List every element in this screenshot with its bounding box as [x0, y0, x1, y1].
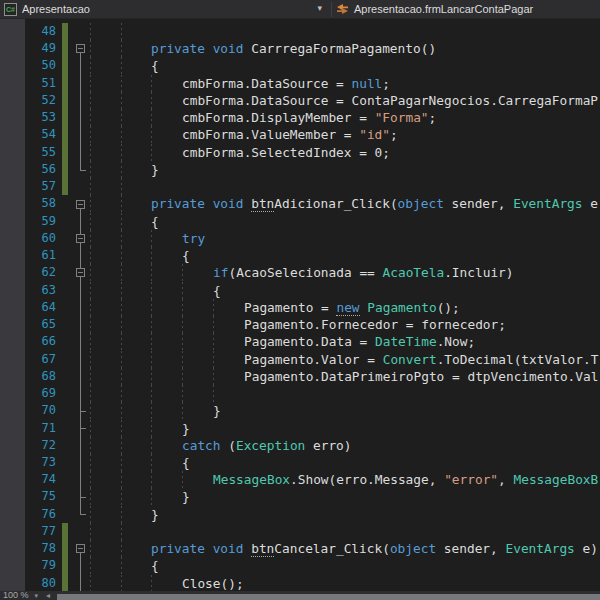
code-text[interactable]: private void btnAdicionar_Click(object s…: [151, 195, 598, 212]
code-text[interactable]: try: [182, 230, 205, 247]
indent-guide: [90, 23, 91, 40]
code-token: object: [398, 196, 444, 211]
project-dropdown[interactable]: C# Apresentacao ▾: [0, 0, 330, 18]
code-line[interactable]: 66Pagamento.Data = DateTime.Now;: [0, 333, 600, 350]
fold-collapse-box[interactable]: [76, 200, 85, 209]
code-text[interactable]: {: [151, 557, 159, 574]
indent-guide: [121, 506, 122, 523]
code-text[interactable]: private void btnCancelar_Click(object se…: [151, 540, 598, 557]
code-token: [205, 541, 213, 556]
zoom-level-control[interactable]: 100 % ▾: [3, 591, 38, 600]
code-text[interactable]: {: [182, 247, 190, 264]
code-line[interactable]: 76}: [0, 506, 600, 523]
code-line[interactable]: 49private void CarrregaFormaPagamento(): [0, 40, 600, 57]
line-number: 72: [26, 438, 56, 452]
indent-guide: [121, 351, 122, 368]
code-token: {: [182, 248, 190, 263]
fold-collapse-box[interactable]: [76, 234, 85, 243]
code-text[interactable]: private void CarrregaFormaPagamento(): [151, 40, 436, 57]
navbar-separator: [331, 2, 332, 17]
fold-collapse-box[interactable]: [76, 544, 85, 553]
changed-lines-bar: [62, 161, 68, 178]
horizontal-scrollbar-thumb[interactable]: [57, 594, 600, 600]
code-text[interactable]: if(AcaoSelecionada == AcaoTela.Incluir): [213, 264, 514, 281]
indent-guide: [151, 333, 152, 350]
code-token: ,: [498, 472, 513, 487]
code-text[interactable]: Pagamento.Valor = Convert.ToDecimal(txtV…: [244, 351, 598, 368]
code-text[interactable]: Pagamento.Data = DateTime.Now;: [244, 333, 475, 350]
code-line[interactable]: 61{: [0, 247, 600, 264]
code-text[interactable]: Pagamento.DataPrimeiroPgto = dtpVencimen…: [244, 368, 598, 385]
code-line[interactable]: 71}: [0, 420, 600, 437]
code-text[interactable]: cmbForma.DataSource = ContaPagarNegocios…: [182, 92, 598, 109]
code-line[interactable]: 77: [0, 523, 600, 540]
code-text[interactable]: {: [151, 57, 159, 74]
code-text[interactable]: }: [151, 161, 159, 178]
code-text[interactable]: cmbForma.ValueMember = "id";: [182, 126, 398, 143]
code-line[interactable]: 75}: [0, 488, 600, 505]
member-dropdown[interactable]: Apresentacao.frmLancarContaPagar: [336, 0, 600, 18]
indent-guide: [90, 385, 91, 402]
code-line[interactable]: 69: [0, 385, 600, 402]
code-line[interactable]: 60try: [0, 230, 600, 247]
code-line[interactable]: 72catch (Exception erro): [0, 437, 600, 454]
scroll-left-arrow-icon[interactable]: ◂: [46, 591, 50, 600]
code-editor[interactable]: 4849private void CarrregaFormaPagamento(…: [0, 19, 600, 591]
indent-guide: [151, 109, 152, 126]
code-line[interactable]: 50{: [0, 57, 600, 74]
indent-guide: [182, 299, 183, 316]
code-text[interactable]: }: [213, 402, 221, 419]
code-line[interactable]: 63{: [0, 282, 600, 299]
code-line[interactable]: 58private void btnAdicionar_Click(object…: [0, 195, 600, 212]
line-number: 70: [26, 403, 56, 417]
code-line[interactable]: 59{: [0, 213, 600, 230]
fold-collapse-box[interactable]: [76, 44, 85, 53]
code-line[interactable]: 78private void btnCancelar_Click(object …: [0, 540, 600, 557]
code-token: EventArgs: [513, 196, 582, 211]
code-line[interactable]: 57: [0, 178, 600, 195]
code-text[interactable]: Close();: [182, 575, 244, 591]
code-line[interactable]: 70}: [0, 402, 600, 419]
code-text[interactable]: cmbForma.DisplayMember = "Forma";: [182, 109, 436, 126]
line-number: 51: [26, 76, 56, 90]
code-text[interactable]: Pagamento.Fornecedor = fornecedor;: [244, 316, 506, 333]
code-line[interactable]: 51cmbForma.DataSource = null;: [0, 75, 600, 92]
code-text[interactable]: cmbForma.SelectedIndex = 0;: [182, 144, 390, 161]
code-line[interactable]: 74MessageBox.Show(erro.Message, "error",…: [0, 471, 600, 488]
code-line[interactable]: 80Close();: [0, 575, 600, 591]
code-line[interactable]: 79{: [0, 557, 600, 574]
indent-guide: [121, 213, 122, 230]
code-line[interactable]: 53cmbForma.DisplayMember = "Forma";: [0, 109, 600, 126]
member-dropdown-label: Apresentacao.frmLancarContaPagar: [354, 3, 533, 15]
code-text[interactable]: {: [213, 282, 221, 299]
code-text[interactable]: }: [151, 506, 159, 523]
code-text[interactable]: MessageBox.Show(erro.Message, "error", M…: [213, 471, 598, 488]
code-text[interactable]: Pagamento = new Pagamento();: [244, 299, 460, 316]
changed-lines-bar: [62, 57, 68, 74]
code-text[interactable]: {: [151, 213, 159, 230]
code-line[interactable]: 56}: [0, 161, 600, 178]
code-line[interactable]: 48: [0, 23, 600, 40]
code-line[interactable]: 64Pagamento = new Pagamento();: [0, 299, 600, 316]
code-line[interactable]: 73{: [0, 454, 600, 471]
code-token: [205, 41, 213, 56]
code-line[interactable]: 54cmbForma.ValueMember = "id";: [0, 126, 600, 143]
code-text[interactable]: }: [182, 420, 190, 437]
code-text[interactable]: catch (Exception erro): [182, 437, 352, 454]
code-line[interactable]: 62if(AcaoSelecionada == AcaoTela.Incluir…: [0, 264, 600, 281]
indent-guide: [90, 351, 91, 368]
zoom-dropdown-arrow-icon[interactable]: ▾: [35, 591, 39, 600]
line-number: 50: [26, 58, 56, 72]
code-line[interactable]: 55cmbForma.SelectedIndex = 0;: [0, 144, 600, 161]
code-token: CarrregaFormaPagamento(): [243, 41, 436, 56]
code-line[interactable]: 68Pagamento.DataPrimeiroPgto = dtpVencim…: [0, 368, 600, 385]
code-text[interactable]: }: [182, 488, 190, 505]
code-line[interactable]: 52cmbForma.DataSource = ContaPagarNegoci…: [0, 92, 600, 109]
code-line[interactable]: 67Pagamento.Valor = Convert.ToDecimal(tx…: [0, 351, 600, 368]
code-text[interactable]: cmbForma.DataSource = null;: [182, 75, 390, 92]
dropdown-arrow-icon[interactable]: ▾: [317, 3, 322, 13]
fold-collapse-box[interactable]: [76, 268, 85, 277]
code-text[interactable]: {: [182, 454, 190, 471]
code-line[interactable]: 65Pagamento.Fornecedor = fornecedor;: [0, 316, 600, 333]
line-number: 65: [26, 317, 56, 331]
